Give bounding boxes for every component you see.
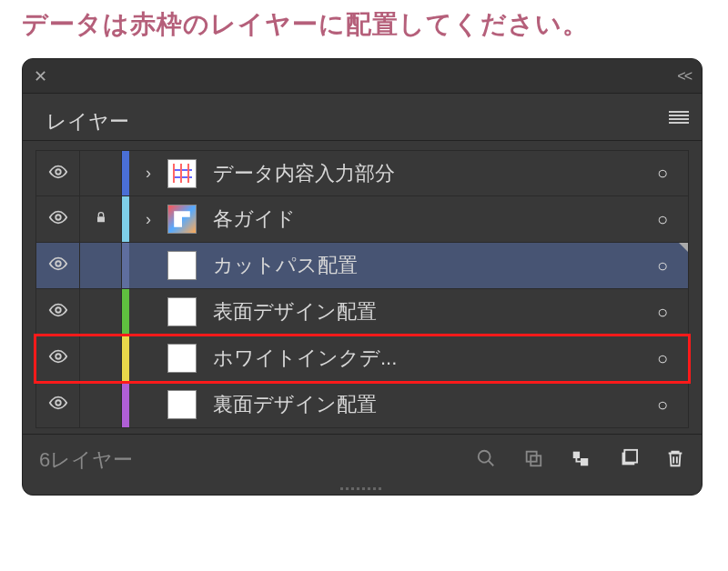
layer-row[interactable]: ›データ内容入力部分○ (35, 150, 689, 196)
layer-name[interactable]: 各ガイド (200, 205, 637, 233)
svg-point-1 (56, 215, 61, 220)
layer-thumbnail (164, 297, 200, 326)
layer-name[interactable]: ホワイトインクデ... (200, 345, 637, 372)
layer-color-swatch (122, 382, 129, 427)
lock-toggle[interactable] (80, 289, 122, 335)
visibility-toggle[interactable] (36, 196, 80, 242)
layer-thumbnail (164, 159, 200, 188)
svg-rect-11 (573, 451, 580, 457)
layer-color-swatch (122, 289, 129, 335)
layer-name[interactable]: データ内容入力部分 (200, 160, 637, 187)
tab-layers[interactable]: レイヤー (23, 94, 153, 140)
layer-color-swatch (122, 243, 129, 288)
lock-toggle[interactable] (80, 196, 122, 242)
layer-row[interactable]: ホワイトインクデ...○ (35, 336, 689, 382)
visibility-toggle[interactable] (36, 382, 80, 427)
resize-handle[interactable] (23, 485, 702, 495)
lock-toggle[interactable] (80, 382, 122, 427)
layer-name[interactable]: 裏面デザイン配置 (200, 391, 637, 418)
target-indicator[interactable]: ○ (637, 209, 688, 230)
visibility-toggle[interactable] (36, 151, 80, 195)
new-layer-icon[interactable] (618, 448, 638, 472)
collect-icon[interactable] (523, 448, 543, 472)
layer-name[interactable]: カットパス配置 (200, 252, 637, 279)
instruction-text: データは赤枠のレイヤーに配置してください。 (0, 0, 728, 58)
lock-toggle[interactable] (80, 243, 122, 288)
trash-icon[interactable] (665, 448, 685, 472)
visibility-toggle[interactable] (36, 336, 80, 381)
lock-toggle[interactable] (80, 151, 122, 195)
visibility-toggle[interactable] (36, 243, 80, 288)
target-indicator[interactable]: ○ (637, 255, 688, 276)
svg-rect-12 (581, 458, 588, 466)
layer-row[interactable]: カットパス配置○ (35, 243, 689, 289)
layer-thumbnail (164, 344, 200, 373)
svg-point-3 (56, 261, 61, 266)
lock-toggle[interactable] (80, 336, 122, 381)
svg-point-4 (56, 307, 61, 313)
expand-toggle[interactable]: › (129, 210, 164, 229)
layer-color-swatch (122, 336, 129, 381)
svg-point-6 (56, 400, 61, 406)
panel-header: ✕ << (23, 59, 702, 94)
layer-list: ›データ内容入力部分○›各ガイド○カットパス配置○表面デザイン配置○ホワイトイン… (23, 141, 702, 434)
collapse-icon[interactable]: << (677, 68, 691, 85)
svg-point-0 (56, 169, 61, 175)
lock-icon (94, 210, 108, 228)
layer-row[interactable]: 表面デザイン配置○ (35, 289, 689, 336)
layer-color-swatch (122, 151, 129, 195)
layer-row[interactable]: 裏面デザイン配置○ (35, 382, 689, 428)
panel-tabs: レイヤー (23, 94, 702, 141)
eye-icon (48, 300, 68, 324)
eye-icon (48, 393, 68, 416)
eye-icon (48, 254, 68, 277)
svg-rect-14 (624, 449, 637, 462)
layer-thumbnail (164, 205, 200, 234)
svg-rect-2 (97, 216, 105, 222)
visibility-toggle[interactable] (36, 289, 80, 335)
svg-point-5 (56, 354, 61, 359)
target-indicator[interactable]: ○ (637, 395, 688, 416)
layer-count: 6レイヤー (39, 446, 133, 474)
panel-footer: 6レイヤー (23, 434, 702, 485)
eye-icon (48, 162, 68, 185)
layer-color-swatch (122, 196, 129, 242)
svg-line-8 (489, 460, 494, 466)
eye-icon (48, 346, 68, 370)
layer-thumbnail (164, 251, 200, 280)
layers-panel: ✕ << レイヤー ›データ内容入力部分○›各ガイド○カットパス配置○表面デザイ… (22, 58, 703, 496)
target-indicator[interactable]: ○ (637, 302, 688, 323)
layer-row[interactable]: ›各ガイド○ (35, 196, 689, 243)
layer-name[interactable]: 表面デザイン配置 (200, 298, 637, 326)
new-sublayer-icon[interactable] (571, 448, 591, 472)
expand-toggle[interactable]: › (129, 164, 164, 183)
panel-menu-icon[interactable] (669, 111, 689, 124)
target-indicator[interactable]: ○ (637, 163, 688, 184)
svg-point-7 (479, 450, 490, 462)
layer-thumbnail (164, 390, 200, 419)
target-indicator[interactable]: ○ (637, 348, 688, 369)
eye-icon (48, 207, 68, 231)
close-icon[interactable]: ✕ (34, 66, 47, 86)
search-icon[interactable] (476, 448, 496, 472)
